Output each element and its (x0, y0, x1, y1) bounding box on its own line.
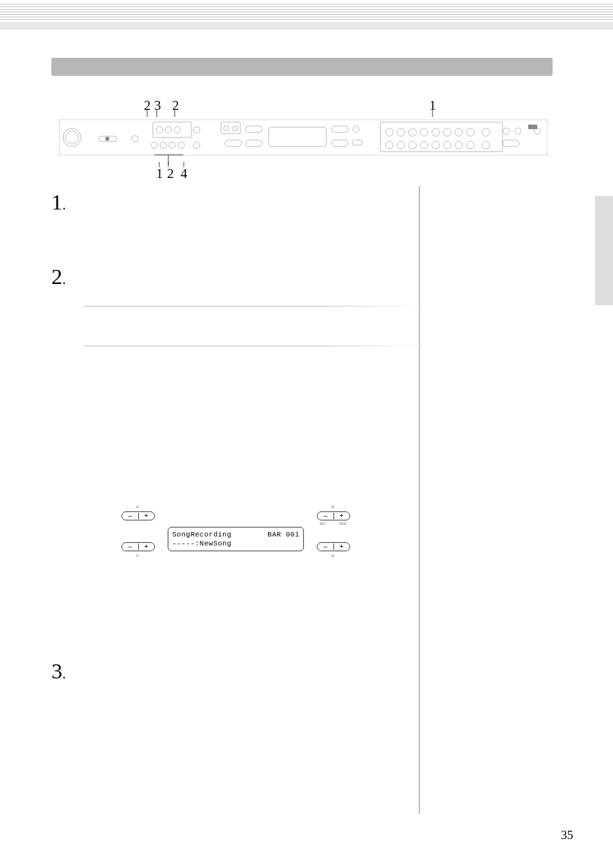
svg-point-40 (466, 128, 474, 136)
svg-point-10 (132, 136, 138, 142)
page-number: 35 (561, 828, 573, 842)
svg-rect-29 (332, 140, 348, 146)
lcd-illustration: A –+ –+ C B –+ NO YES –+ D SongRecording… (106, 508, 373, 565)
label-A: A (136, 505, 139, 509)
step-3: 3. (51, 660, 66, 682)
svg-rect-32 (380, 122, 502, 152)
svg-rect-53 (502, 140, 519, 146)
device-panel (59, 120, 547, 155)
svg-point-52 (515, 128, 521, 134)
label-NO: NO (320, 522, 326, 526)
svg-point-18 (169, 142, 175, 148)
callout-b1: 1 (156, 166, 163, 182)
svg-rect-55 (528, 125, 537, 129)
lcd-line2: -----:NewSong (172, 539, 299, 548)
step-2: 2. (51, 266, 66, 288)
rule-2 (84, 346, 424, 346)
callout-ticks-bottom (51, 153, 553, 170)
svg-point-17 (160, 142, 166, 148)
svg-rect-26 (225, 140, 242, 146)
svg-point-36 (420, 128, 428, 136)
svg-point-16 (151, 142, 157, 148)
svg-point-15 (193, 127, 200, 133)
lcd-screen: SongRecording BAR 001 -----:NewSong (168, 527, 304, 551)
rule-1 (84, 306, 424, 306)
svg-rect-27 (269, 127, 326, 146)
svg-rect-5 (59, 120, 547, 155)
svg-rect-31 (352, 140, 362, 145)
svg-point-14 (174, 127, 181, 133)
svg-point-33 (386, 128, 393, 136)
svg-point-22 (224, 126, 229, 131)
svg-rect-11 (153, 122, 191, 137)
side-tab (595, 196, 613, 305)
svg-point-47 (455, 141, 463, 149)
svg-point-46 (443, 141, 451, 149)
label-YES: YES (339, 522, 346, 526)
svg-point-48 (466, 141, 474, 149)
label-C: C (136, 554, 139, 558)
svg-rect-21 (221, 122, 240, 134)
svg-rect-28 (332, 126, 348, 132)
svg-point-34 (397, 128, 405, 136)
svg-point-39 (455, 128, 463, 136)
lcd-line1-left: SongRecording (172, 530, 231, 539)
svg-point-41 (386, 141, 393, 149)
svg-rect-25 (245, 140, 262, 146)
svg-rect-9 (105, 137, 109, 141)
svg-rect-24 (245, 126, 262, 132)
svg-point-7 (66, 131, 78, 144)
svg-point-23 (233, 126, 238, 131)
svg-point-51 (503, 128, 510, 134)
callout-b2: 2 (167, 166, 174, 182)
button-c: –+ (121, 542, 155, 551)
svg-point-12 (156, 127, 163, 133)
svg-point-19 (178, 142, 184, 148)
button-a: –+ (121, 511, 155, 520)
lcd-line1-right: BAR 001 (267, 530, 299, 539)
svg-point-35 (409, 128, 416, 136)
top-stripes (0, 0, 613, 32)
step-1: 1. (51, 191, 66, 213)
svg-point-43 (409, 141, 416, 149)
label-D: D (332, 554, 334, 558)
svg-point-20 (193, 142, 200, 148)
svg-point-50 (482, 141, 490, 149)
button-b: –+ (317, 511, 350, 520)
section-heading-bar (51, 58, 553, 76)
svg-point-37 (432, 128, 440, 136)
callout-b4: 4 (181, 166, 188, 182)
column-divider (419, 186, 420, 814)
svg-point-45 (432, 141, 440, 149)
svg-point-38 (443, 128, 451, 136)
label-B: B (332, 505, 334, 509)
manual-page: 2 3 2 1 (0, 0, 613, 868)
button-d: –+ (317, 542, 350, 551)
svg-point-44 (420, 141, 428, 149)
svg-point-49 (482, 128, 490, 136)
svg-point-30 (353, 126, 359, 132)
svg-point-42 (397, 141, 405, 149)
svg-point-13 (165, 127, 172, 133)
